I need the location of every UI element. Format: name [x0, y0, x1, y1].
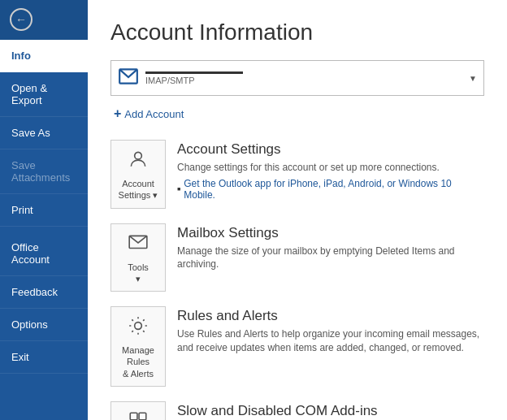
tools-icon	[128, 232, 149, 258]
sidebar-item-info[interactable]: Info	[0, 40, 88, 72]
com-addins-content: Slow and Disabled COM Add-ins Manage COM…	[177, 401, 484, 420]
main-content: Account Information IMAP/SMTP ▼ + Add Ac…	[88, 0, 507, 420]
account-selector-dropdown[interactable]: IMAP/SMTP ▼	[110, 60, 484, 96]
sidebar: ← Info Open & Export Save As Save Attach…	[0, 0, 88, 420]
sidebar-item-office-account[interactable]: Office Account	[0, 232, 88, 276]
sidebar-item-print[interactable]: Print	[0, 194, 88, 227]
account-settings-link[interactable]: Get the Outlook app for iPhone, iPad, An…	[177, 178, 484, 201]
account-settings-card: AccountSettings ▾ Account Settings Chang…	[110, 140, 484, 209]
mailbox-settings-card: Tools▾ Mailbox Settings Manage the size …	[110, 223, 484, 292]
mailbox-settings-desc: Manage the size of your mailbox by empty…	[177, 245, 484, 272]
account-type-label: IMAP/SMTP	[145, 76, 462, 85]
sidebar-item-open-export[interactable]: Open & Export	[0, 72, 88, 117]
com-addins-icon	[128, 410, 149, 420]
mailbox-settings-title: Mailbox Settings	[177, 225, 484, 241]
account-settings-icon-label: AccountSettings ▾	[119, 178, 158, 201]
com-addins-card: Manage COMAdd-ins Slow and Disabled COM …	[110, 401, 484, 420]
account-settings-desc: Change settings for this account or set …	[177, 161, 484, 175]
plus-icon: +	[114, 106, 121, 121]
account-settings-title: Account Settings	[177, 141, 484, 158]
svg-rect-4	[130, 413, 137, 420]
tools-icon-label: Tools▾	[128, 262, 149, 285]
sidebar-item-options[interactable]: Options	[0, 309, 88, 341]
account-settings-content: Account Settings Change settings for thi…	[177, 140, 484, 201]
sidebar-item-save-as[interactable]: Save As	[0, 117, 88, 149]
manage-rules-button[interactable]: Manage Rules& Alerts	[110, 306, 166, 387]
add-account-button[interactable]: + Add Account	[110, 102, 187, 125]
account-settings-button[interactable]: AccountSettings ▾	[110, 140, 166, 209]
rules-alerts-card: Manage Rules& Alerts Rules and Alerts Us…	[110, 306, 484, 387]
add-account-label: Add Account	[124, 108, 184, 120]
sidebar-item-exit[interactable]: Exit	[0, 341, 88, 374]
sidebar-item-save-attachments: Save Attachments	[0, 149, 88, 194]
account-name-bar	[145, 71, 243, 74]
com-addins-title: Slow and Disabled COM Add-ins	[177, 403, 484, 419]
sidebar-item-feedback[interactable]: Feedback	[0, 276, 88, 309]
mailbox-settings-content: Mailbox Settings Manage the size of your…	[177, 223, 484, 275]
svg-rect-5	[139, 413, 146, 420]
dropdown-arrow-icon: ▼	[469, 74, 477, 83]
rules-icon	[128, 315, 149, 341]
back-arrow-icon: ←	[10, 8, 32, 31]
email-icon	[118, 66, 139, 90]
page-title: Account Information	[110, 19, 484, 45]
rules-alerts-content: Rules and Alerts Use Rules and Alerts to…	[177, 306, 484, 358]
rules-alerts-title: Rules and Alerts	[177, 308, 484, 324]
back-button[interactable]: ←	[0, 0, 88, 40]
rules-alerts-desc: Use Rules and Alerts to help organize yo…	[177, 327, 484, 355]
svg-point-1	[135, 152, 142, 159]
manage-rules-icon-label: Manage Rules& Alerts	[116, 344, 160, 379]
svg-point-3	[135, 323, 142, 330]
manage-com-addins-button[interactable]: Manage COMAdd-ins	[110, 401, 166, 420]
account-settings-icon	[128, 149, 149, 175]
tools-button[interactable]: Tools▾	[110, 223, 166, 292]
